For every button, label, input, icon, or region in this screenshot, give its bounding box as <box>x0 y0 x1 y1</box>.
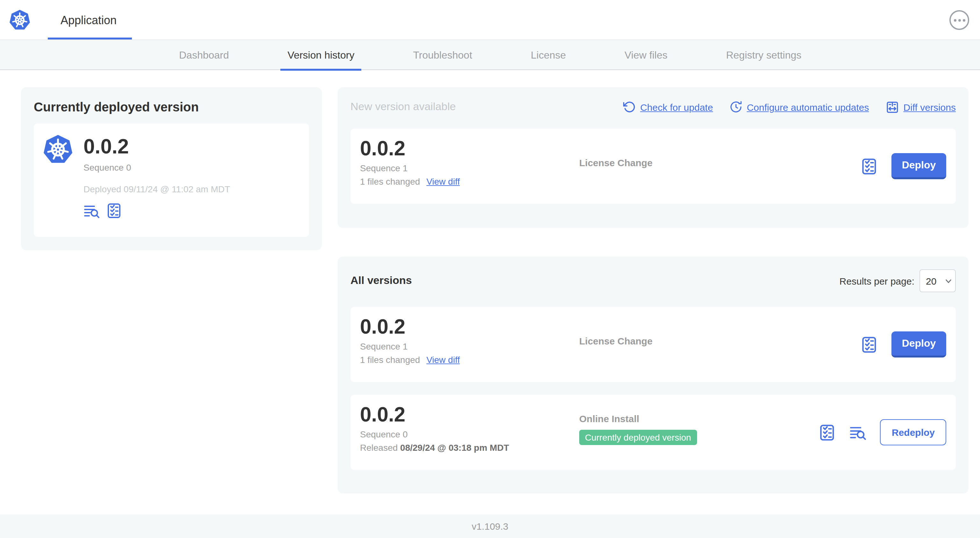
check-for-update-link[interactable]: Check for update <box>623 101 713 113</box>
files-changed: 1 files changed <box>360 355 420 365</box>
clock-refresh-icon <box>730 101 742 113</box>
logs-icon[interactable] <box>850 424 867 441</box>
tab-license[interactable]: License <box>524 40 573 70</box>
screen: Application Dashboard Version history Tr… <box>0 0 980 538</box>
version-source: License Change <box>579 335 652 346</box>
deploy-button[interactable]: Deploy <box>891 332 946 357</box>
results-per-page-label: Results per page: <box>840 275 914 286</box>
released-date: 08/29/24 @ 03:18 pm MDT <box>400 443 509 453</box>
console-version: v1.109.3 <box>471 521 508 532</box>
app-tab-label[interactable]: Application <box>60 14 117 27</box>
tab-dashboard[interactable]: Dashboard <box>172 40 236 70</box>
configure-automatic-updates-link[interactable]: Configure automatic updates <box>730 101 869 113</box>
version-sequence: Sequence 1 <box>360 341 460 351</box>
currently-deployed-badge: Currently deployed version <box>579 430 697 445</box>
diff-icon <box>885 100 899 114</box>
currently-deployed-card: 0.0.2 Sequence 0 Deployed 09/11/24 @ 11:… <box>34 124 309 237</box>
redeploy-button[interactable]: Redeploy <box>880 419 946 445</box>
tab-troubleshoot[interactable]: Troubleshoot <box>406 40 479 70</box>
all-versions-heading: All versions <box>350 275 412 287</box>
logs-icon[interactable] <box>83 203 100 219</box>
kubernetes-logo-icon <box>9 8 30 31</box>
checklist-icon[interactable] <box>860 157 878 175</box>
new-version-card: 0.0.2 Sequence 1 1 files changed View di… <box>350 129 956 204</box>
checklist-icon[interactable] <box>860 335 878 353</box>
app-menu-ellipsis-button[interactable] <box>950 10 969 30</box>
view-diff-link[interactable]: View diff <box>426 355 460 365</box>
version-sequence: Sequence 0 <box>360 429 509 439</box>
version-row: 0.0.2 Sequence 1 1 files changed View di… <box>350 307 956 382</box>
view-diff-link[interactable]: View diff <box>426 176 460 187</box>
refresh-icon <box>623 101 636 113</box>
version-sequence: Sequence 1 <box>360 163 460 173</box>
deploy-button[interactable]: Deploy <box>891 153 946 179</box>
results-per-page-select[interactable]: 20 <box>920 269 956 292</box>
version-number: 0.0.2 <box>360 137 460 160</box>
version-number: 0.0.2 <box>360 315 460 338</box>
tab-view-files[interactable]: View files <box>617 40 675 70</box>
app-tab-active-underline <box>48 38 132 40</box>
checklist-icon[interactable] <box>106 203 123 219</box>
new-version-heading: New version available <box>350 101 456 113</box>
diff-versions-link[interactable]: Diff versions <box>885 100 956 114</box>
checklist-icon[interactable] <box>818 424 836 441</box>
version-row: 0.0.2 Sequence 0 Released 08/29/24 @ 03:… <box>350 395 956 470</box>
deployed-sequence: Sequence 0 <box>83 162 230 173</box>
new-version-panel: New version available Check for update <box>338 87 969 228</box>
deployed-version-number: 0.0.2 <box>83 135 230 158</box>
deployed-timestamp: Deployed 09/11/24 @ 11:02 am MDT <box>83 184 230 194</box>
tab-registry-settings[interactable]: Registry settings <box>719 40 808 70</box>
all-versions-panel: All versions Results per page: 20 <box>338 257 969 494</box>
version-source: License Change <box>579 157 652 168</box>
version-source: Online Install <box>579 413 697 424</box>
nav-tab-bar: Dashboard Version history Troubleshoot L… <box>0 40 980 70</box>
released-prefix: Released <box>360 443 398 453</box>
version-number: 0.0.2 <box>360 403 509 426</box>
footer: v1.109.3 <box>0 514 980 538</box>
kubernetes-logo-icon <box>43 132 73 228</box>
currently-deployed-panel: Currently deployed version <box>21 87 322 250</box>
files-changed: 1 files changed <box>360 176 420 187</box>
currently-deployed-heading: Currently deployed version <box>34 100 309 114</box>
tab-version-history[interactable]: Version history <box>281 40 362 70</box>
app-header: Application <box>0 0 980 40</box>
